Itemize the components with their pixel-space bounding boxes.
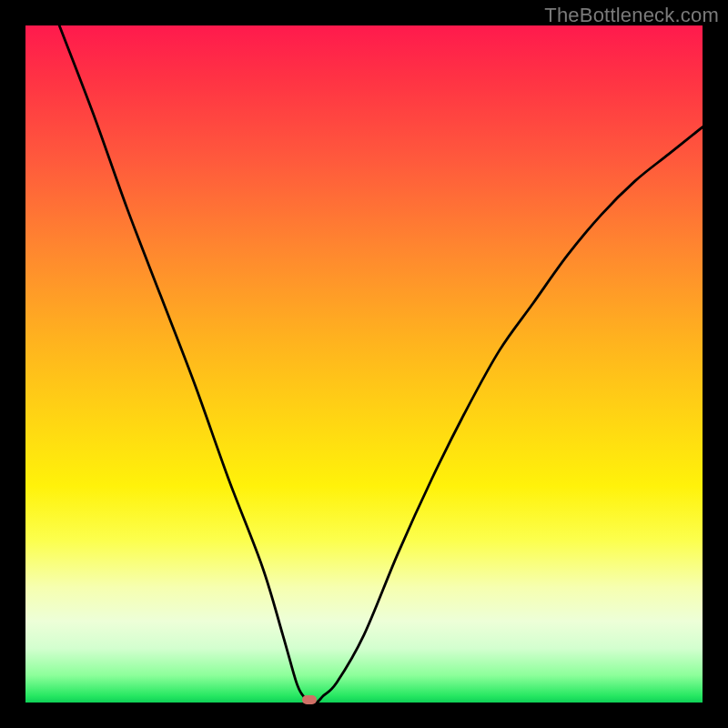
curve-path [59, 25, 703, 703]
chart-frame: TheBottleneck.com [0, 0, 728, 728]
minimum-marker [302, 695, 317, 704]
watermark-text: TheBottleneck.com [544, 4, 719, 27]
plot-area [25, 25, 703, 703]
bottleneck-curve [25, 25, 703, 703]
